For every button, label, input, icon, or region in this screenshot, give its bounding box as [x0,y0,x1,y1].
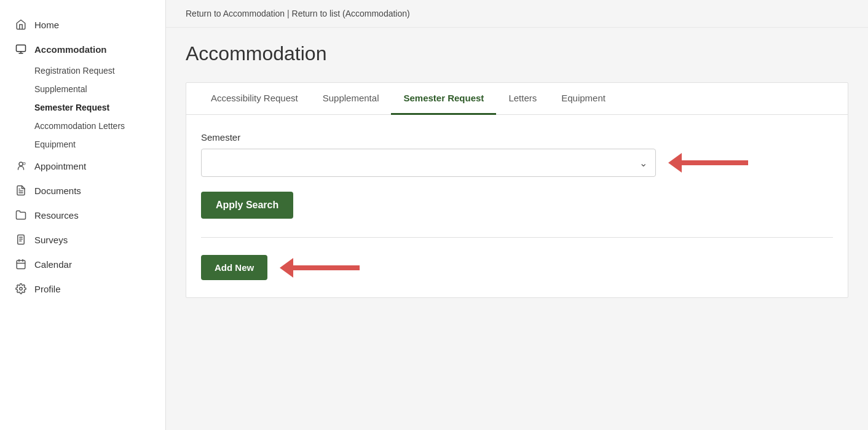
breadcrumb-return-accommodation[interactable]: Return to Accommodation [186,9,285,18]
sidebar-item-accommodation-label: Accommodation [34,44,107,55]
page-body: Accommodation Accessibility Request Supp… [166,28,868,430]
sidebar-sub-item-registration-request[interactable]: Registration Request [0,61,165,80]
arrow-indicator-add-new [280,257,360,279]
calendar-icon [15,258,27,270]
page-title: Accommodation [186,42,848,65]
arrow-indicator-dropdown [668,152,748,174]
resources-icon [15,209,27,221]
svg-marker-18 [280,258,360,278]
tabs-header: Accessibility Request Supplemental Semes… [186,83,848,115]
sidebar-sub-item-supplemental[interactable]: Supplemental [0,80,165,98]
semester-select[interactable] [201,149,656,177]
svg-point-1 [19,162,23,166]
breadcrumb-bar: Return to Accommodation | Return to list… [166,0,868,28]
sidebar-sub-label-semester-request: Semester Request [34,103,109,112]
surveys-icon [15,233,27,246]
red-arrow-dropdown [668,152,748,174]
tab-body-semester-request: Semester ⌄ Apply Searc [186,115,848,297]
sidebar-item-calendar[interactable]: Calendar [0,252,165,276]
sidebar-sub-label-equipment: Equipment [34,139,76,149]
tab-supplemental[interactable]: Supplemental [310,83,392,115]
semester-row: ⌄ [201,149,833,177]
accommodation-icon [15,43,27,55]
sidebar-sub-item-semester-request[interactable]: Semester Request [0,98,165,117]
svg-point-16 [20,287,23,291]
add-new-row: Add New [201,252,833,280]
breadcrumb-separator: | [287,9,290,18]
apply-search-button[interactable]: Apply Search [201,192,293,219]
sidebar-item-calendar-label: Calendar [34,259,72,270]
profile-icon [15,283,27,295]
sidebar-sub-item-equipment[interactable]: Equipment [0,135,165,154]
sidebar-item-documents[interactable]: Documents [0,178,165,203]
semester-field-label: Semester [201,132,833,143]
breadcrumb-return-list[interactable]: Return to list (Accommodation) [292,9,410,18]
sidebar-item-documents-label: Documents [34,186,81,196]
section-divider [201,237,833,238]
svg-rect-0 [17,45,26,52]
sidebar-item-accommodation[interactable]: Accommodation [0,37,165,61]
tab-accessibility-request[interactable]: Accessibility Request [199,83,310,115]
tab-semester-request[interactable]: Semester Request [391,83,496,115]
main-content: Return to Accommodation | Return to list… [166,0,868,430]
sidebar-item-profile-label: Profile [34,284,61,294]
sidebar-item-home[interactable]: Home [0,12,165,37]
tabs-container: Accessibility Request Supplemental Semes… [186,82,848,298]
svg-rect-12 [17,260,25,269]
home-icon [15,18,27,31]
svg-marker-17 [668,153,748,173]
tab-equipment[interactable]: Equipment [549,83,618,115]
sidebar: Home Accommodation Registration Request … [0,0,166,430]
sidebar-item-resources-label: Resources [34,210,79,221]
semester-select-wrapper: ⌄ [201,149,656,177]
tab-letters[interactable]: Letters [496,83,549,115]
red-arrow-add-new [280,257,360,279]
sidebar-sub-label-registration-request: Registration Request [34,66,115,76]
sidebar-item-resources[interactable]: Resources [0,203,165,227]
sidebar-item-home-label: Home [34,20,59,30]
sidebar-sub-item-accommodation-letters[interactable]: Accommodation Letters [0,117,165,135]
sidebar-item-surveys-label: Surveys [34,235,68,245]
add-new-button[interactable]: Add New [201,255,267,280]
documents-icon [15,184,27,197]
appointment-icon [15,160,27,172]
sidebar-sub-label-accommodation-letters: Accommodation Letters [34,121,125,131]
sidebar-item-profile[interactable]: Profile [0,276,165,301]
sidebar-item-appointment[interactable]: Appointment [0,154,165,178]
sidebar-item-surveys[interactable]: Surveys [0,227,165,252]
sidebar-sub-label-supplemental: Supplemental [34,84,87,94]
sidebar-item-appointment-label: Appointment [34,161,86,171]
